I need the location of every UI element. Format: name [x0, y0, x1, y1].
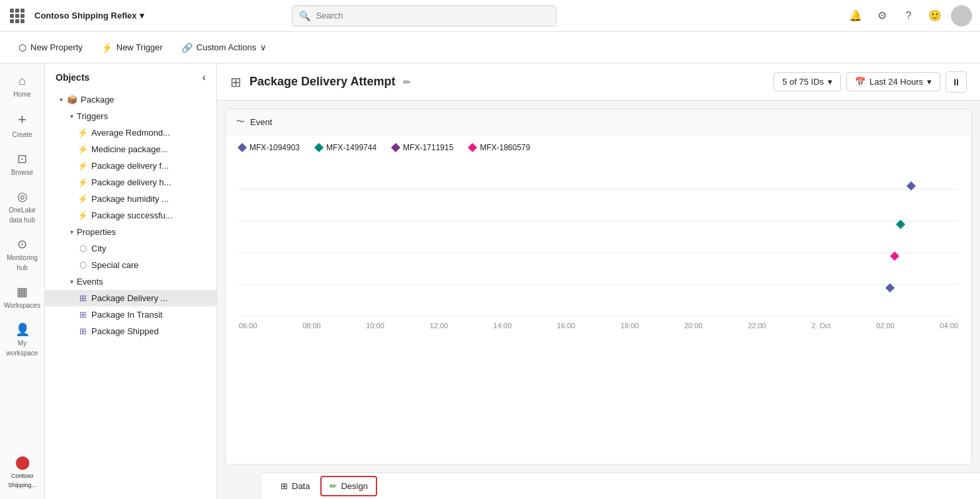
avatar[interactable]	[951, 5, 972, 26]
sidebar-property-special-care[interactable]: ⬡ Special care	[45, 257, 216, 273]
trigger-icon: ⚡	[77, 194, 89, 204]
my-workspace-icon: 👤	[15, 322, 30, 337]
onelake-icon: ◎	[17, 189, 28, 204]
sidebar-header: Objects ‹	[45, 64, 216, 91]
property-icon: ⬡	[77, 244, 89, 253]
sidebar-item-package[interactable]: ▾ 📦 Package	[45, 91, 216, 108]
bottom-tabs: ⊞ Data ✏ Design	[262, 473, 980, 499]
search-input[interactable]	[316, 11, 549, 21]
legend-item-0: MFX-1094903	[239, 143, 300, 152]
calendar-icon: 📅	[855, 77, 866, 87]
x-label-7: 20:00	[684, 322, 703, 330]
nav-browse[interactable]: ⊡ Browse	[4, 146, 41, 181]
sidebar-trigger-3[interactable]: ⚡ Package delivery h...	[45, 174, 216, 191]
nav-onelake[interactable]: ◎ OneLake data hub	[4, 184, 41, 229]
search-icon: 🔍	[299, 11, 310, 21]
new-trigger-icon: ⚡	[101, 42, 112, 53]
event-grid-icon: ⊞	[77, 293, 89, 303]
x-label-9: 2. Oct	[811, 322, 830, 330]
main-layout: ⌂ Home + Create ⊡ Browse ◎ OneLake data …	[0, 64, 980, 499]
x-axis: 06:00 08:00 10:00 12:00 14:00 16:00 18:0…	[239, 316, 958, 343]
sidebar-content: ▾ 📦 Package ▾ Triggers ⚡ Average Redmond…	[45, 91, 216, 499]
nav-home[interactable]: ⌂ Home	[4, 69, 41, 103]
nav-data-activator[interactable]: ⬤ Contoso Shipping...	[4, 449, 41, 494]
main-content: ⊞ Package Delivery Attempt ✏ 5 of 75 IDs…	[217, 64, 980, 499]
custom-actions-button[interactable]: 🔗 Custom Actions ∨	[173, 38, 275, 57]
sidebar-title: Objects	[56, 72, 89, 83]
property-icon: ⬡	[77, 260, 89, 270]
pause-icon: ⏸	[952, 77, 961, 87]
event-grid-icon: ⊞	[77, 326, 89, 336]
sidebar: Objects ‹ ▾ 📦 Package ▾ Triggers ⚡ Avera…	[45, 64, 217, 499]
x-label-0: 06:00	[239, 322, 257, 330]
sidebar-trigger-5[interactable]: ⚡ Package successfu...	[45, 207, 216, 224]
trigger-icon: ⚡	[77, 128, 89, 138]
chevron-down-icon: ▾	[66, 278, 77, 285]
time-filter-button[interactable]: 📅 Last 24 Hours ▾	[846, 72, 940, 91]
trigger-icon: ⚡	[77, 161, 89, 171]
sidebar-event-package-in-transit[interactable]: ⊞ Package In Transit	[45, 306, 216, 323]
chart-svg	[239, 158, 958, 316]
chart-section-label: Event	[250, 117, 272, 127]
topbar: Contoso Shipping Reflex ▾ 🔍 🔔 ⚙ ? 🙂	[0, 0, 980, 32]
new-trigger-button[interactable]: ⚡ New Trigger	[93, 38, 171, 57]
sidebar-trigger-2[interactable]: ⚡ Package delivery f...	[45, 158, 216, 174]
notification-icon[interactable]: 🔔	[845, 5, 866, 26]
sidebar-item-triggers[interactable]: ▾ Triggers	[45, 108, 216, 124]
home-icon: ⌂	[19, 74, 26, 88]
tab-data[interactable]: ⊞ Data	[273, 477, 318, 495]
tab-design[interactable]: ✏ Design	[320, 476, 377, 496]
sidebar-item-properties[interactable]: ▾ Properties	[45, 224, 216, 240]
sidebar-trigger-0[interactable]: ⚡ Average Redmond...	[45, 124, 216, 141]
trigger-icon: ⚡	[77, 210, 89, 220]
legend-item-3: MFX-1860579	[469, 143, 530, 152]
legend-item-2: MFX-1711915	[392, 143, 453, 152]
edit-icon[interactable]: ✏	[403, 77, 411, 87]
nav-my-workspace[interactable]: 👤 My workspace	[4, 317, 41, 362]
chart-section: 〜 Event MFX-1094903 MFX-1499744 MFX-1711…	[225, 109, 972, 465]
legend-dot-0	[238, 143, 247, 152]
legend-dot-2	[391, 143, 400, 152]
sidebar-item-events[interactable]: ▾ Events	[45, 273, 216, 290]
trigger-icon: ⚡	[77, 144, 89, 154]
chevron-down-icon: ▾	[66, 113, 77, 120]
action-bar: ⬡ New Property ⚡ New Trigger 🔗 Custom Ac…	[0, 32, 980, 64]
x-label-4: 14:00	[494, 322, 512, 330]
monitoring-icon: ⊙	[17, 237, 27, 251]
x-label-11: 04:00	[940, 322, 958, 330]
sidebar-trigger-4[interactable]: ⚡ Package humidity ...	[45, 191, 216, 207]
feedback-icon[interactable]: 🙂	[924, 5, 946, 26]
chevron-down-icon: ▾	[927, 77, 932, 87]
chevron-icon: ▾	[140, 11, 144, 21]
custom-actions-icon: 🔗	[181, 42, 193, 53]
new-property-button[interactable]: ⬡ New Property	[11, 38, 91, 57]
chevron-down-icon: ▾	[66, 228, 77, 236]
ids-filter-button[interactable]: 5 of 75 IDs ▾	[774, 72, 841, 91]
search-bar[interactable]: 🔍	[292, 5, 557, 26]
nav-workspaces[interactable]: ▦ Workspaces	[4, 279, 41, 314]
x-label-8: 22:00	[748, 322, 766, 330]
data-activator-icon: ⬤	[15, 454, 30, 470]
chevron-down-icon: ▾	[828, 77, 832, 87]
sidebar-collapse-button[interactable]: ‹	[202, 71, 206, 83]
chart-header: 〜 Event	[226, 109, 971, 135]
chevron-down-icon: ▾	[56, 96, 66, 103]
left-nav: ⌂ Home + Create ⊡ Browse ◎ OneLake data …	[0, 64, 45, 499]
nav-create[interactable]: + Create	[4, 106, 41, 144]
legend-dot-3	[468, 143, 477, 152]
settings-icon[interactable]: ⚙	[871, 5, 893, 26]
app-name[interactable]: Contoso Shipping Reflex ▾	[34, 11, 144, 21]
pause-button[interactable]: ⏸	[946, 71, 967, 93]
help-icon[interactable]: ?	[898, 5, 919, 26]
nav-monitoring[interactable]: ⊙ Monitoring hub	[4, 232, 41, 277]
chart-legend: MFX-1094903 MFX-1499744 MFX-1711915 MFX-…	[226, 135, 971, 158]
trigger-icon: ⚡	[77, 177, 89, 187]
header-actions: 5 of 75 IDs ▾ 📅 Last 24 Hours ▾ ⏸	[774, 71, 967, 93]
sidebar-event-package-shipped[interactable]: ⊞ Package Shipped	[45, 323, 216, 340]
page-title: Package Delivery Attempt	[249, 75, 395, 89]
sidebar-event-package-delivery[interactable]: ⊞ Package Delivery ...	[45, 290, 216, 306]
sidebar-trigger-1[interactable]: ⚡ Medicine package...	[45, 141, 216, 158]
sidebar-property-city[interactable]: ⬡ City	[45, 240, 216, 257]
grid-icon[interactable]	[8, 7, 26, 25]
workspaces-icon: ▦	[17, 285, 28, 299]
